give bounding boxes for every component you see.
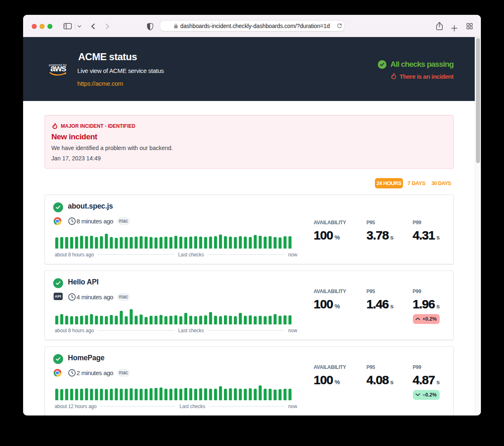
svg-text:aws: aws (50, 63, 66, 73)
